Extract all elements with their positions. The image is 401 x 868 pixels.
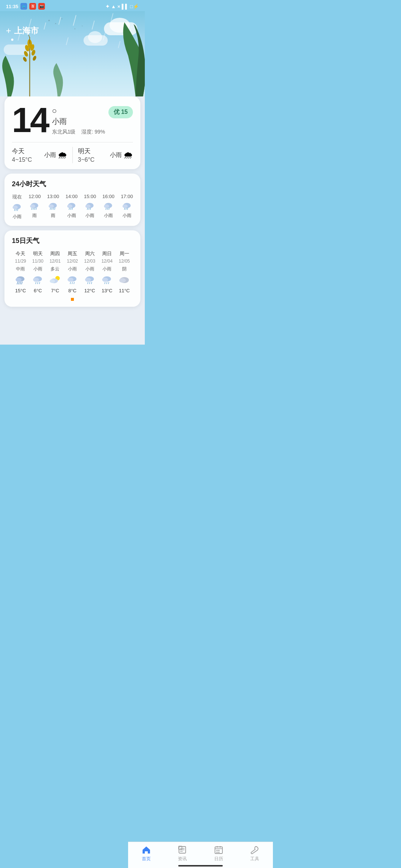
leaf-center-illustration xyxy=(52,63,63,96)
day-6-icon xyxy=(119,275,130,285)
today-forecast: 今天 4~15°C 小雨 🌧 xyxy=(12,147,67,163)
day-6-weather: 阴 xyxy=(115,266,133,272)
svg-line-29 xyxy=(69,208,69,210)
svg-line-64 xyxy=(72,282,72,284)
leaf-left-illustration xyxy=(0,56,15,96)
weather-detail: 东北风1级 湿度: 99% xyxy=(52,129,105,135)
svg-line-69 xyxy=(89,282,90,284)
svg-point-43 xyxy=(123,204,128,208)
page-indicator-dot xyxy=(11,39,13,41)
svg-line-50 xyxy=(19,282,19,284)
svg-line-17 xyxy=(32,208,32,210)
day-1-weather: 小雨 xyxy=(29,266,47,272)
wheat-illustration xyxy=(20,33,39,96)
day-2-name: 周四 xyxy=(46,250,64,257)
day-2-temp: 7°C xyxy=(46,288,64,293)
svg-line-57 xyxy=(39,282,40,284)
status-icons: ✦ ▲ × ▌▌ □⚡ xyxy=(105,4,139,9)
day-6-date: 12/05 xyxy=(115,259,133,264)
day-5-date: 12/04 xyxy=(98,259,116,264)
temperature-display: 14 xyxy=(12,102,48,138)
humidity-info: 湿度: 99% xyxy=(81,129,105,135)
notification-red-icon: 📷 xyxy=(38,3,45,10)
day-0-date: 11/29 xyxy=(12,259,29,264)
hour-2-desc: 雨 xyxy=(51,213,55,219)
svg-line-52 xyxy=(22,282,22,284)
svg-line-68 xyxy=(88,282,88,284)
signal-icon: × xyxy=(117,4,120,9)
today-weather-icon: 🌧 xyxy=(58,149,67,161)
svg-point-72 xyxy=(102,278,108,282)
notification-baidu-icon: 百 xyxy=(29,3,36,10)
day-1-temp: 6°C xyxy=(29,288,47,293)
day-0-weather: 中雨 xyxy=(12,266,29,272)
wind-info: 东北风1级 xyxy=(52,129,76,135)
hourly-item-6: 17:00 小雨 xyxy=(121,194,133,219)
hour-5-icon xyxy=(103,201,114,210)
hourly-item-5: 16:00 小雨 xyxy=(102,194,115,219)
day-2-icon xyxy=(49,275,61,285)
today-tomorrow-forecast: 今天 4~15°C 小雨 🌧 明天 3~6°C 小雨 🌧 xyxy=(12,147,133,163)
svg-line-12 xyxy=(14,209,15,211)
svg-point-48 xyxy=(16,278,22,282)
status-time: 11:35 xyxy=(6,4,18,9)
hour-2-icon xyxy=(48,201,58,210)
city-header: + 上海市 xyxy=(0,25,145,36)
day-3-date: 12/02 xyxy=(64,259,81,264)
svg-line-31 xyxy=(72,208,72,210)
hour-6-desc: 小雨 xyxy=(123,213,131,219)
svg-point-11 xyxy=(13,206,18,209)
daily-dates: 11/29 11/30 12/01 12/02 12/03 12/04 12/0… xyxy=(12,259,133,264)
day-2-icon-wrap xyxy=(46,275,64,285)
day-3-icon xyxy=(67,275,78,285)
svg-line-18 xyxy=(33,208,33,210)
hour-0-icon xyxy=(12,203,22,211)
day-4-name: 周六 xyxy=(81,250,98,257)
svg-point-7 xyxy=(32,55,37,61)
svg-point-54 xyxy=(33,278,39,282)
svg-line-44 xyxy=(124,208,125,210)
day-0-icon-wrap xyxy=(12,275,29,285)
day-3-weather: 小雨 xyxy=(64,266,81,272)
hour-4-time: 15:00 xyxy=(84,194,96,199)
day-1-name: 明天 xyxy=(29,250,47,257)
tomorrow-temp: 3~6°C xyxy=(78,157,95,163)
daily-indicator xyxy=(12,298,133,301)
day-3-temp: 8°C xyxy=(64,288,81,293)
svg-line-40 xyxy=(107,208,108,210)
day-6-temp: 11°C xyxy=(115,288,133,293)
weather-divider xyxy=(12,142,133,142)
daily-day-names: 今天 明天 周四 周五 周六 周日 周一 xyxy=(12,250,133,257)
day-5-weather: 小雨 xyxy=(98,266,116,272)
aqi-badge: 优 15 xyxy=(108,106,133,118)
svg-line-74 xyxy=(107,282,107,284)
city-name: 上海市 xyxy=(14,26,39,35)
svg-line-34 xyxy=(87,208,88,210)
svg-line-19 xyxy=(35,208,35,210)
day-1-date: 11/30 xyxy=(29,259,47,264)
scroll-indicator-dot xyxy=(71,298,74,301)
day-4-icon xyxy=(84,275,95,285)
tomorrow-label: 明天 xyxy=(78,147,95,155)
svg-line-51 xyxy=(20,282,21,284)
day-6-icon-wrap xyxy=(115,275,133,285)
day-0-icon xyxy=(15,275,26,285)
hour-4-icon xyxy=(85,201,95,210)
svg-line-30 xyxy=(71,208,71,210)
hourly-item-4: 15:00 小雨 xyxy=(84,194,96,219)
svg-point-6 xyxy=(22,56,27,62)
hourly-item-0: 现在 小雨 xyxy=(12,194,22,220)
day-5-icon xyxy=(101,275,113,285)
svg-line-55 xyxy=(36,282,36,284)
svg-line-45 xyxy=(126,208,126,210)
svg-line-14 xyxy=(17,209,18,211)
hour-3-icon xyxy=(66,201,77,210)
day-3-icon-wrap xyxy=(64,275,81,285)
svg-point-28 xyxy=(67,204,72,208)
hour-6-time: 17:00 xyxy=(121,194,133,199)
add-city-button[interactable]: + xyxy=(6,26,11,36)
svg-point-77 xyxy=(119,278,126,283)
svg-line-39 xyxy=(106,208,106,210)
battery-icon: □⚡ xyxy=(130,4,139,9)
svg-line-73 xyxy=(105,282,105,284)
